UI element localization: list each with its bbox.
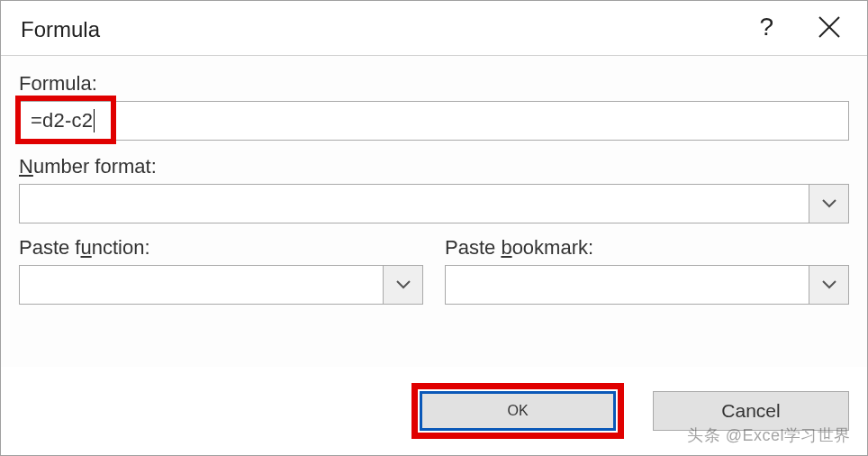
formula-input[interactable]: =d2-c2 bbox=[19, 101, 849, 141]
formula-dialog: Formula ? Formula: =d2-c2 Number format: bbox=[0, 0, 868, 456]
close-button[interactable] bbox=[817, 14, 842, 40]
paste-function-combo[interactable] bbox=[19, 265, 423, 305]
paste-bookmark-value bbox=[446, 266, 809, 304]
formula-field-row: Formula: =d2-c2 bbox=[19, 72, 849, 142]
number-format-combo[interactable] bbox=[19, 184, 849, 223]
chevron-down-icon bbox=[821, 279, 837, 290]
close-icon bbox=[817, 14, 842, 40]
formula-input-wrap: =d2-c2 bbox=[19, 101, 849, 142]
dialog-title: Formula bbox=[21, 12, 100, 42]
button-row: OK Cancel bbox=[1, 367, 867, 455]
cancel-button-label: Cancel bbox=[721, 400, 780, 422]
paste-function-value bbox=[20, 266, 383, 304]
number-format-dropdown-button[interactable] bbox=[809, 185, 848, 223]
number-format-row: Number format: bbox=[19, 155, 849, 223]
text-caret bbox=[94, 109, 95, 132]
paste-bookmark-col: Paste bookmark: bbox=[445, 236, 849, 305]
paste-bookmark-label: Paste bookmark: bbox=[445, 236, 849, 260]
chevron-down-icon bbox=[395, 279, 411, 290]
ok-button[interactable]: OK bbox=[420, 391, 616, 431]
paste-row: Paste function: Paste bookmark: bbox=[19, 236, 849, 305]
paste-bookmark-combo[interactable] bbox=[445, 265, 849, 305]
ok-button-label: OK bbox=[507, 403, 528, 419]
number-format-label: Number format: bbox=[19, 155, 849, 178]
paste-function-dropdown-button[interactable] bbox=[383, 266, 422, 304]
paste-function-label: Paste function: bbox=[19, 236, 423, 260]
formula-value-text: =d2-c2 bbox=[31, 109, 93, 132]
titlebar-controls: ? bbox=[759, 14, 851, 40]
formula-label: Formula: bbox=[19, 72, 849, 96]
ok-highlight-box: OK bbox=[411, 383, 624, 439]
cancel-button[interactable]: Cancel bbox=[653, 391, 849, 431]
titlebar: Formula ? bbox=[1, 1, 867, 56]
paste-bookmark-dropdown-button[interactable] bbox=[809, 266, 848, 304]
chevron-down-icon bbox=[821, 198, 837, 209]
number-format-value bbox=[20, 185, 809, 223]
help-button[interactable]: ? bbox=[759, 14, 773, 40]
dialog-body: Formula: =d2-c2 Number format: bbox=[1, 56, 867, 367]
paste-function-col: Paste function: bbox=[19, 236, 423, 305]
